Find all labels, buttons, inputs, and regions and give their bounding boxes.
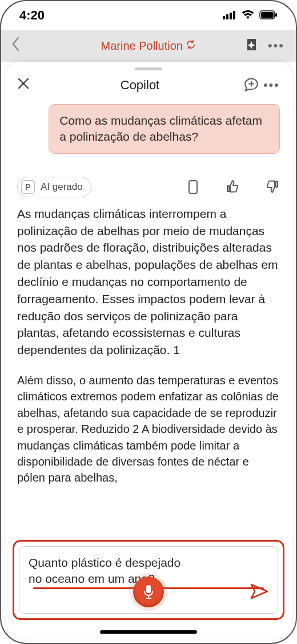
- ai-response-text: As mudanças climáticas interrompem a pol…: [17, 205, 280, 486]
- input-controls: [19, 577, 278, 607]
- ai-response-actions: [186, 179, 280, 195]
- cellular-icon: [223, 8, 236, 23]
- copy-button[interactable]: [186, 179, 200, 195]
- ai-badge-label: AI gerado: [41, 181, 83, 193]
- ai-response-header: P AI gerado: [17, 177, 280, 197]
- wifi-icon: [241, 8, 255, 23]
- status-bar: 4:20: [1, 1, 296, 30]
- svg-rect-6: [275, 13, 277, 17]
- thumbs-up-button[interactable]: [225, 179, 240, 195]
- home-indicator[interactable]: [100, 630, 197, 634]
- sheet-title: Copilot: [40, 78, 240, 93]
- scroll-fade: [5, 617, 292, 639]
- thumbs-down-button[interactable]: [265, 179, 280, 195]
- user-message: Como as mudanças climáticas afetam a pol…: [49, 104, 280, 154]
- new-chat-button[interactable]: [240, 77, 263, 94]
- mic-button[interactable]: [133, 577, 164, 607]
- source-badge-icon: P: [21, 180, 35, 194]
- copilot-sheet: Copilot ••• Como as mudanças climáticas …: [5, 62, 292, 639]
- mic-icon: [142, 584, 155, 600]
- status-time: 4:20: [19, 8, 45, 23]
- svg-rect-8: [146, 585, 151, 593]
- svg-rect-7: [189, 181, 197, 193]
- sync-icon: [186, 39, 196, 53]
- sheet-handle[interactable]: [135, 67, 162, 70]
- ai-generated-badge: P AI gerado: [17, 177, 91, 197]
- sheet-header: Copilot •••: [5, 73, 292, 102]
- svg-rect-0: [223, 16, 225, 19]
- svg-rect-1: [226, 14, 228, 19]
- background-app-header: Marine Pollution •••: [1, 30, 296, 62]
- send-button[interactable]: [250, 583, 268, 599]
- background-more-icon: •••: [268, 38, 284, 53]
- svg-rect-3: [233, 11, 235, 19]
- svg-rect-5: [261, 12, 274, 18]
- send-icon: [250, 583, 268, 599]
- ai-paragraph: As mudanças climáticas interrompem a pol…: [17, 205, 280, 359]
- copilot-spark-icon: [243, 37, 260, 56]
- chat-input[interactable]: Quanto plástico é despejado no oceano em…: [19, 546, 278, 614]
- status-indicators: [223, 8, 278, 23]
- svg-rect-2: [230, 13, 232, 19]
- battery-icon: [259, 8, 278, 23]
- input-highlight-frame: Quanto plástico é despejado no oceano em…: [13, 540, 284, 620]
- sheet-more-button[interactable]: •••: [263, 78, 280, 93]
- device-frame: 4:20 Marine Pollution •••: [0, 0, 297, 644]
- ai-paragraph: Além disso, o aumento das temperaturas e…: [17, 372, 280, 486]
- close-button[interactable]: [17, 76, 40, 94]
